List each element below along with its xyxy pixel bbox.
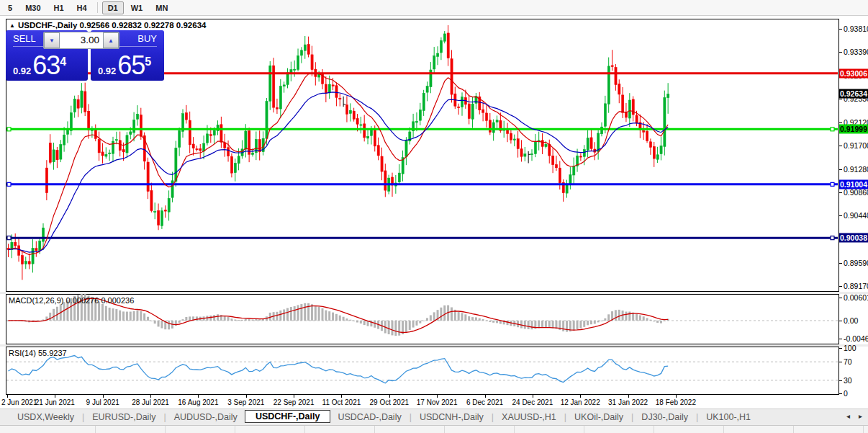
date-tick [580, 395, 581, 398]
date-label: 11 Oct 2021 [322, 398, 361, 406]
tab-separator: | [696, 412, 698, 422]
axis-tick [839, 29, 842, 30]
date-label: 28 Jul 2021 [132, 398, 169, 406]
price-axis-label: 0.90860 [844, 188, 868, 197]
timeframe-button-w1[interactable]: W1 [125, 1, 149, 14]
axis-tick [839, 263, 842, 264]
rsi-chart-canvas[interactable] [6, 347, 839, 395]
sell-price-pips: 63 [32, 51, 60, 80]
chart-tab-usdcnh[interactable]: USDCNH-,Daily [412, 411, 491, 424]
tab-separator: | [410, 412, 412, 422]
timeframe-button-h1[interactable]: H1 [48, 1, 70, 14]
tab-separator: | [82, 412, 84, 422]
volume-decrease-button[interactable]: ▼ [44, 32, 60, 48]
tab-separator: | [564, 412, 566, 422]
date-label: 3 Sep 2021 [227, 398, 264, 406]
axis-tick [839, 122, 842, 123]
chevron-down-icon: ▼ [49, 37, 55, 44]
buy-price: 0.92 65 5 [98, 51, 151, 80]
date-label: 2 Jun 2021 [1, 398, 37, 406]
tab-separator: | [492, 412, 494, 422]
date-label: 9 Jul 2021 [86, 398, 119, 406]
rsi-axis-label: 100 [844, 344, 856, 352]
date-axis: 2 Jun 202121 Jun 20219 Jul 202128 Jul 20… [0, 395, 868, 409]
buy-price-point: 5 [145, 55, 151, 68]
chart-tab-uk100[interactable]: UK100-,H1 [699, 411, 758, 424]
macd-axis-label: -0.00464 [844, 334, 868, 343]
date-label: 6 Dec 2021 [466, 398, 503, 406]
timeframe-button-mn[interactable]: MN [150, 1, 173, 14]
date-tick [246, 395, 247, 398]
sell-price-prefix: 0.92 [13, 66, 31, 76]
price-axis-label: 0.93810 [844, 24, 868, 33]
chart-tab-dj30[interactable]: DJ30-,Daily [634, 411, 695, 424]
volume-spinner: ▼ 3.00 ▲ [43, 32, 119, 49]
date-tick [294, 395, 294, 398]
date-label: 17 Nov 2021 [417, 398, 458, 406]
sell-price: 0.92 63 4 [13, 51, 66, 80]
date-label: 29 Oct 2021 [370, 398, 409, 406]
date-tick [7, 395, 8, 398]
chart-tab-xauusd[interactable]: XAUUSD-,H1 [494, 411, 564, 424]
chart-tab-ukoil[interactable]: UKOil-,Daily [567, 411, 630, 424]
chart-title: ▲USDCHF-,Daily 0.92566 0.92832 0.92278 0… [9, 21, 206, 30]
timeframe-button-m30[interactable]: M30 [19, 1, 46, 14]
rsi-axis-label: 70 [844, 357, 852, 366]
chart-symbol-label: USDCHF-,Daily [18, 21, 77, 30]
date-tick [676, 395, 677, 398]
chevron-up-icon: ▲ [108, 37, 114, 44]
chart-tab-usdx[interactable]: USDX,Weekly [10, 411, 81, 424]
axis-tick [839, 192, 842, 193]
price-axis-label: 0.93390 [844, 48, 868, 56]
chart-tab-usdchf[interactable]: USDCHF-,Daily [245, 410, 331, 423]
timeframe-button-5[interactable]: 5 [2, 1, 18, 14]
date-label: 12 Jan 2022 [561, 398, 600, 406]
rsi-axis-label: 0 [844, 389, 848, 398]
date-tick [55, 395, 55, 398]
date-tick [150, 395, 151, 398]
price-axis-label: 0.91700 [844, 141, 868, 150]
axis-tick [839, 52, 842, 53]
timeframe-bar: 5M30H1H4D1W1MN [0, 0, 868, 16]
date-tick [628, 395, 629, 398]
object-indicator-icon: ▲ [9, 22, 15, 29]
axis-tick [839, 286, 842, 287]
date-tick [103, 395, 104, 398]
buy-price-pips: 65 [117, 51, 145, 80]
tab-scroll-right-icon[interactable]: ▸ [859, 412, 862, 420]
toolbar-separator [97, 2, 98, 13]
price-axis-label: 0.91280 [844, 165, 868, 174]
rsi-axis-label: 30 [844, 376, 852, 385]
date-tick [198, 395, 199, 398]
axis-tick [839, 99, 842, 99]
macd-label: MACD(12,26,9) 0.000276 0.000236 [9, 296, 134, 305]
axis-tick [839, 215, 842, 216]
price-level-badge: 0.93006 [839, 68, 868, 78]
chart-tab-bar: USDX,Weekly|EURUSD-,Daily|AUDUSD-,DailyU… [0, 409, 868, 425]
buy-price-prefix: 0.92 [98, 66, 116, 76]
sell-price-point: 4 [60, 55, 66, 68]
macd-axis-label: 0.00601 [844, 293, 868, 302]
volume-increase-button[interactable]: ▲ [103, 32, 119, 48]
date-label: 21 Jun 2021 [35, 398, 75, 406]
date-tick [533, 395, 533, 398]
axis-tick [839, 146, 842, 146]
chart-tab-audusd[interactable]: AUDUSD-,Daily [167, 411, 245, 424]
tab-scroll-left-icon[interactable]: ◂ [846, 412, 850, 420]
timeframe-button-h4[interactable]: H4 [71, 1, 93, 14]
chart-tab-eurusd[interactable]: EURUSD-,Daily [85, 411, 163, 424]
date-label: 22 Sep 2021 [273, 398, 315, 406]
price-level-badge: 0.91004 [839, 179, 868, 189]
date-label: 16 Aug 2021 [178, 398, 218, 406]
tab-separator: | [631, 412, 633, 422]
one-click-trading-widget: SELL 0.92 63 4 BUY 0.92 65 5 ▼ 3.00 ▲ [6, 30, 164, 81]
date-label: 18 Feb 2022 [656, 398, 696, 406]
timeframe-button-d1[interactable]: D1 [102, 1, 124, 14]
price-level-badge: 0.92634 [839, 89, 868, 99]
chart-tab-usdcad[interactable]: USDCAD-,Daily [330, 411, 408, 424]
price-axis-label: 0.89590 [844, 259, 868, 267]
macd-axis-label: 0.00 [844, 316, 858, 325]
tab-separator: | [163, 412, 166, 422]
price-level-badge: 0.90038 [839, 233, 868, 243]
volume-input[interactable]: 3.00 [60, 32, 103, 48]
